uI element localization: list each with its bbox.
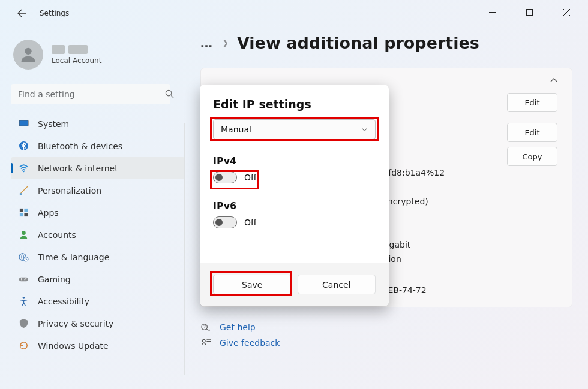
search-box	[11, 84, 185, 104]
help-icon: ?	[200, 322, 211, 333]
sidebar-item-update[interactable]: Windows Update	[11, 334, 185, 357]
window-title: Settings	[40, 9, 69, 17]
svg-point-17	[24, 279, 25, 281]
sidebar-item-label: Privacy & security	[38, 319, 113, 328]
user-name-redacted	[52, 45, 101, 54]
edit-ip-settings-dialog: Edit IP settings Manual IPv4 Off IPv6 Of…	[200, 85, 389, 306]
ipv6-toggle[interactable]	[213, 216, 237, 228]
dialog-title: Edit IP settings	[213, 98, 376, 111]
close-button[interactable]	[553, 2, 580, 22]
svg-rect-11	[24, 213, 28, 216]
brush-icon	[18, 185, 29, 196]
sidebar-nav: System Bluetooth & devices Network & int…	[11, 113, 185, 357]
sidebar-item-apps[interactable]: Apps	[11, 201, 185, 224]
maximize-button[interactable]	[516, 2, 542, 22]
sidebar-item-label: Personalization	[38, 186, 101, 195]
svg-point-21	[202, 339, 205, 342]
ipv4-state: Off	[244, 173, 257, 182]
breadcrumb: … ❯ View additional properties	[200, 34, 572, 52]
give-feedback-link[interactable]: Give feedback	[200, 337, 572, 348]
sidebar-item-accounts[interactable]: Accounts	[11, 224, 185, 246]
titlebar: Settings	[0, 0, 69, 26]
update-icon	[18, 340, 29, 351]
svg-point-16	[25, 278, 26, 279]
sidebar-item-label: Accounts	[38, 230, 76, 240]
svg-point-18	[22, 297, 25, 299]
accessibility-icon	[18, 296, 29, 307]
controller-icon	[18, 274, 29, 285]
footer-links: ? Get help Give feedback	[200, 322, 572, 348]
sidebar: Local Account System Bluetooth & devices…	[11, 34, 185, 357]
sidebar-item-label: Gaming	[38, 275, 71, 284]
get-help-link[interactable]: ? Get help	[200, 322, 572, 333]
svg-point-12	[22, 231, 26, 235]
svg-rect-15	[19, 278, 28, 282]
sidebar-item-label: Apps	[38, 208, 59, 218]
svg-point-2	[166, 90, 171, 95]
svg-rect-10	[19, 213, 23, 216]
monitor-icon	[18, 119, 29, 129]
edit-button[interactable]: Edit	[507, 123, 557, 142]
svg-point-1	[25, 48, 31, 55]
svg-text:?: ?	[203, 324, 205, 330]
ipv6-heading: IPv6	[213, 200, 376, 212]
svg-rect-8	[19, 209, 23, 212]
ipv6-state: Off	[244, 218, 257, 227]
svg-rect-0	[526, 9, 532, 15]
user-block[interactable]: Local Account	[11, 34, 185, 80]
sidebar-item-privacy[interactable]: Privacy & security	[11, 312, 185, 334]
apps-icon	[18, 207, 29, 218]
chevron-up-icon[interactable]	[550, 77, 557, 84]
shield-icon	[18, 318, 29, 329]
wifi-icon	[18, 163, 29, 174]
chevron-right-icon: ❯	[222, 38, 229, 47]
sidebar-item-label: Time & language	[38, 252, 109, 262]
page-title: View additional properties	[237, 34, 479, 52]
sidebar-item-system[interactable]: System	[11, 113, 185, 135]
divider	[184, 123, 185, 375]
search-input[interactable]	[11, 84, 170, 104]
bluetooth-icon	[18, 141, 29, 152]
feedback-icon	[200, 337, 211, 348]
sidebar-item-network[interactable]: Network & internet	[11, 157, 185, 179]
minimize-button[interactable]	[479, 2, 505, 22]
globe-clock-icon	[18, 252, 29, 263]
window-controls	[479, 0, 588, 26]
svg-point-6	[23, 171, 24, 172]
save-button[interactable]: Save	[213, 275, 292, 294]
sidebar-item-label: Network & internet	[38, 164, 118, 173]
account-type-label: Local Account	[52, 56, 101, 65]
sidebar-item-personalization[interactable]: Personalization	[11, 179, 185, 201]
breadcrumb-ellipsis[interactable]: …	[200, 36, 214, 50]
cancel-button[interactable]: Cancel	[298, 275, 376, 294]
copy-button[interactable]: Copy	[507, 147, 557, 166]
svg-rect-3	[19, 120, 28, 126]
avatar-icon	[13, 40, 43, 70]
ip-mode-select[interactable]: Manual	[213, 119, 376, 140]
svg-rect-7	[19, 193, 22, 195]
sidebar-item-accessibility[interactable]: Accessibility	[11, 290, 185, 312]
select-value: Manual	[221, 125, 251, 134]
sidebar-item-bluetooth[interactable]: Bluetooth & devices	[11, 135, 185, 157]
search-icon	[165, 89, 174, 98]
sidebar-item-label: Windows Update	[38, 341, 109, 351]
back-button[interactable]	[13, 5, 30, 22]
chevron-down-icon	[361, 126, 368, 133]
edit-button[interactable]: Edit	[507, 93, 557, 112]
person-icon	[18, 230, 29, 240]
sidebar-item-label: Bluetooth & devices	[38, 141, 122, 151]
sidebar-item-label: Accessibility	[38, 297, 89, 306]
sidebar-item-gaming[interactable]: Gaming	[11, 268, 185, 290]
ipv4-toggle[interactable]	[213, 171, 237, 183]
sidebar-item-time[interactable]: Time & language	[11, 246, 185, 268]
sidebar-item-label: System	[38, 119, 69, 129]
svg-rect-9	[24, 209, 28, 212]
ipv4-heading: IPv4	[213, 155, 376, 167]
